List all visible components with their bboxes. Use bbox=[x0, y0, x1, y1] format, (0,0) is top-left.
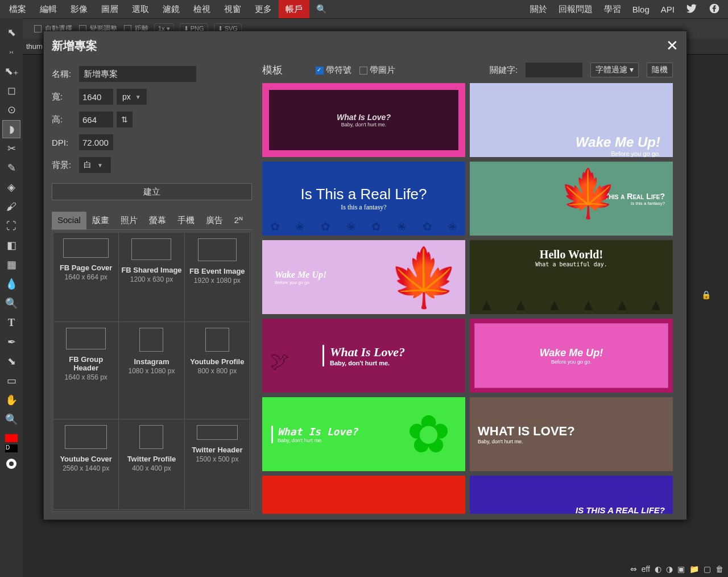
cat-print[interactable]: 版畫 bbox=[86, 212, 115, 229]
cat-mobile[interactable]: 手機 bbox=[172, 212, 200, 229]
marquee-tool[interactable]: ◻ bbox=[3, 82, 20, 99]
menu-blog[interactable]: Blog bbox=[627, 5, 655, 14]
size-preset[interactable]: Twitter Header 1500 x 500 px bbox=[184, 419, 250, 510]
with-images-option[interactable]: 帶圖片 bbox=[359, 65, 395, 76]
size-preset[interactable]: FB Page Cover 1640 x 664 px bbox=[53, 232, 119, 322]
zoom-tool[interactable]: 🔍 bbox=[3, 411, 20, 428]
template-item[interactable]: 🌿Is This a Real Life?Is this a fantasy? bbox=[470, 476, 673, 514]
lasso-tool[interactable]: ⊙ bbox=[3, 101, 20, 118]
dpi-input[interactable] bbox=[79, 134, 113, 150]
hand-tool[interactable]: ✋ bbox=[3, 391, 20, 409]
effects-button[interactable]: eff bbox=[642, 564, 650, 574]
size-preset[interactable]: Youtube Profile 800 x 800 px bbox=[184, 322, 250, 419]
quick-select-tool[interactable]: ◗ bbox=[3, 121, 20, 138]
background-color[interactable]: D bbox=[5, 444, 18, 453]
stamp-tool[interactable]: ⛶ bbox=[3, 217, 20, 234]
color-swatches[interactable]: D bbox=[5, 434, 18, 453]
cat-screen[interactable]: 螢幕 bbox=[143, 212, 172, 229]
expand-tool[interactable]: ›‹ bbox=[3, 43, 20, 60]
menu-view[interactable]: 檢視 bbox=[187, 0, 217, 18]
trash-icon[interactable]: 🗑 bbox=[715, 564, 723, 574]
template-item[interactable]: Is This a Real Life?Is this a fantasy?✿❀… bbox=[262, 162, 465, 236]
link-icon[interactable]: ⇔ bbox=[630, 564, 637, 574]
menu-account[interactable]: 帳戶 bbox=[279, 0, 309, 18]
size-preset[interactable]: Twitter Profile 400 x 400 px bbox=[118, 419, 184, 510]
move-tool[interactable]: ⬉ bbox=[3, 24, 20, 41]
foreground-color[interactable] bbox=[5, 434, 18, 443]
brush-tool[interactable]: 🖌 bbox=[3, 198, 20, 215]
size-preset[interactable]: FB Group Header 1640 x 856 px bbox=[53, 322, 119, 419]
mask-icon[interactable]: ◐ bbox=[655, 564, 661, 574]
random-button[interactable]: 隨機 bbox=[647, 63, 673, 77]
eraser-tool[interactable]: ◧ bbox=[3, 237, 20, 254]
size-preset[interactable]: Instagram 1080 x 1080 px bbox=[118, 322, 184, 419]
preset-dimensions: 1080 x 1080 px bbox=[121, 367, 181, 375]
template-item[interactable]: What Is Love?Baby, don't hurt me.✿ bbox=[262, 397, 465, 471]
new-layer-icon[interactable]: ▢ bbox=[704, 564, 711, 574]
cat-ads[interactable]: 廣告 bbox=[200, 212, 229, 229]
adjustment-icon[interactable]: ◑ bbox=[666, 564, 673, 574]
keyword-input[interactable] bbox=[526, 63, 582, 77]
menu-report[interactable]: 回報問題 bbox=[553, 4, 598, 15]
blur-tool[interactable]: 💧 bbox=[3, 275, 20, 292]
create-button[interactable]: 建立 bbox=[52, 183, 252, 200]
menu-filter[interactable]: 濾鏡 bbox=[156, 0, 187, 18]
with-symbols-option[interactable]: 帶符號 bbox=[316, 65, 351, 76]
height-input[interactable] bbox=[79, 112, 113, 127]
eyedropper-tool[interactable]: ✎ bbox=[3, 159, 20, 176]
quick-mask-toggle[interactable] bbox=[6, 459, 16, 469]
gradient-tool[interactable]: ▦ bbox=[3, 256, 20, 273]
background-select[interactable]: 白▼ bbox=[79, 157, 111, 173]
preset-thumb bbox=[65, 425, 107, 449]
search-icon[interactable]: 🔍 bbox=[309, 0, 334, 18]
group-icon[interactable]: ▣ bbox=[677, 564, 685, 574]
shape-tool[interactable]: ▭ bbox=[3, 372, 20, 389]
preset-thumb bbox=[139, 328, 163, 352]
swap-dimensions-button[interactable]: ⇅ bbox=[117, 112, 133, 127]
cat-pow2[interactable]: 2ᴺ bbox=[229, 212, 249, 229]
unit-select[interactable]: px▼ bbox=[117, 89, 147, 105]
template-item[interactable]: What Is Love?Baby, don't hurt me. bbox=[470, 397, 673, 471]
dodge-tool[interactable]: 🔍 bbox=[3, 295, 20, 312]
cat-photo[interactable]: 照片 bbox=[115, 212, 143, 229]
template-item[interactable]: Wake Me Up!Before you go go. bbox=[470, 83, 673, 157]
path-select-tool[interactable]: ⬊ bbox=[3, 353, 20, 370]
document-tab[interactable]: thum bbox=[26, 42, 43, 51]
pen-tool[interactable]: ✒ bbox=[3, 333, 20, 351]
cat-social[interactable]: Social bbox=[52, 212, 86, 229]
size-preset[interactable]: Youtube Cover 2560 x 1440 px bbox=[53, 419, 119, 510]
name-input[interactable] bbox=[79, 66, 196, 82]
twitter-icon[interactable] bbox=[680, 3, 703, 16]
font-filter-button[interactable]: 字體過濾 ▾ bbox=[590, 63, 639, 77]
menu-about[interactable]: 關於 bbox=[524, 4, 553, 15]
close-button[interactable]: ✕ bbox=[666, 37, 679, 55]
auto-select-checkbox[interactable] bbox=[34, 25, 42, 32]
size-preset[interactable]: FB Event Image 1920 x 1080 px bbox=[184, 232, 250, 322]
artboard-tool[interactable]: ⬉₊ bbox=[3, 63, 20, 80]
name-label: 名稱: bbox=[52, 69, 79, 80]
menu-select[interactable]: 選取 bbox=[125, 0, 156, 18]
crop-tool[interactable]: ✂ bbox=[3, 140, 20, 157]
template-item[interactable]: Wake Me Up!Before you go go.🍁 bbox=[262, 240, 465, 314]
menu-image[interactable]: 影像 bbox=[64, 0, 94, 18]
menu-window[interactable]: 視窗 bbox=[217, 0, 248, 18]
menu-file[interactable]: 檔案 bbox=[2, 0, 33, 18]
menu-learn[interactable]: 學習 bbox=[598, 4, 627, 15]
folder-icon[interactable]: 📁 bbox=[689, 564, 699, 574]
facebook-icon[interactable] bbox=[703, 3, 726, 16]
template-item[interactable]: Wake Me Up!Before you go go. bbox=[470, 319, 673, 393]
template-item[interactable]: What Is Love?Baby, don't hurt me. bbox=[262, 83, 465, 157]
patch-tool[interactable]: ◈ bbox=[3, 179, 20, 196]
menu-edit[interactable]: 編輯 bbox=[33, 0, 64, 18]
size-preset[interactable]: FB Shared Image 1200 x 630 px bbox=[118, 232, 184, 322]
width-input[interactable] bbox=[79, 89, 113, 105]
type-tool[interactable]: T bbox=[3, 314, 20, 331]
template-item[interactable]: What Is Love?Baby, don't hurt me. bbox=[262, 476, 465, 514]
template-item[interactable]: Hello World!What a beautiful day.▲▲▲▲▲▲ bbox=[470, 240, 673, 314]
template-item[interactable]: 🍁Is This a Real Life?Is this a fantasy? bbox=[470, 162, 673, 236]
template-item[interactable]: 🕊What Is Love?Baby, don't hurt me. bbox=[262, 319, 465, 393]
menu-layer[interactable]: 圖層 bbox=[94, 0, 125, 18]
preset-name: FB Page Cover bbox=[56, 263, 116, 272]
menu-api[interactable]: API bbox=[655, 5, 680, 14]
menu-more[interactable]: 更多 bbox=[248, 0, 279, 18]
